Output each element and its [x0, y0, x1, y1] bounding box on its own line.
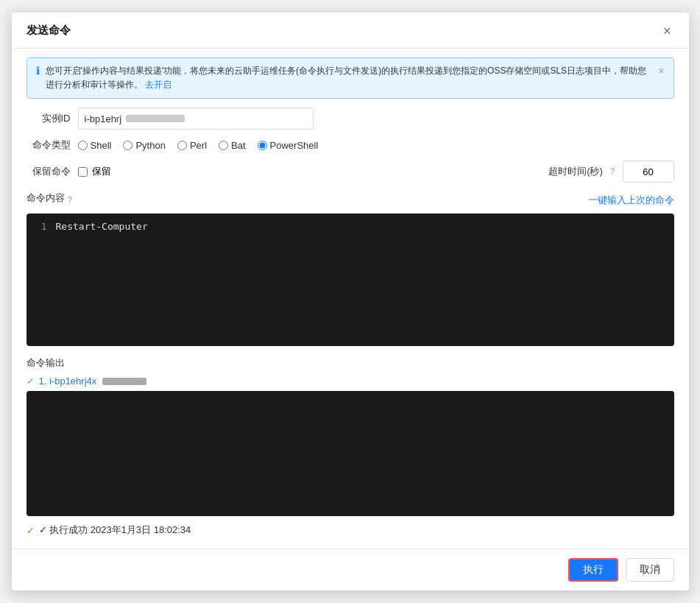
content-help-icon[interactable]: ?	[68, 195, 73, 205]
banner-text: 您可开启'操作内容与结果投递'功能，将您未来的云助手运维任务(命令执行与文件发送…	[46, 64, 653, 92]
code-editor[interactable]: 1 Restart-Computer	[26, 214, 674, 346]
radio-python[interactable]: Python	[123, 140, 165, 151]
output-terminal	[26, 391, 674, 516]
code-content: Restart-Computer	[56, 221, 148, 339]
output-instance-blur	[102, 378, 146, 385]
timeout-label: 超时时间(秒)	[548, 165, 603, 178]
command-type-row: 命令类型 Shell Python Perl Bat	[26, 138, 674, 152]
radio-shell-label: Shell	[91, 140, 112, 151]
execute-button[interactable]: 执行	[568, 558, 618, 582]
success-text: ✓ 执行成功 2023年1月3日 18:02:34	[39, 523, 191, 537]
output-check-icon: ✓	[26, 375, 35, 387]
output-instance-row: ✓ 1. i-bp1ehrj4x	[26, 375, 674, 387]
radio-perl-label: Perl	[190, 140, 207, 151]
instance-id-value: i-bp1ehrj	[85, 113, 122, 124]
dialog-title: 发送命令	[26, 24, 71, 38]
timeout-help-icon[interactable]: ?	[610, 166, 615, 177]
command-content-section: 命令内容 ? 一键输入上次的命令 1 Restart-Computer	[26, 191, 674, 346]
preserve-checkbox-input[interactable]	[78, 167, 88, 177]
radio-powershell-input[interactable]	[258, 141, 267, 150]
form-body: 实例ID i-bp1ehrj 命令类型 Shell Python	[12, 107, 689, 346]
radio-powershell[interactable]: PowerShell	[258, 140, 319, 151]
radio-shell[interactable]: Shell	[78, 140, 112, 151]
radio-perl[interactable]: Perl	[177, 140, 207, 151]
command-type-label: 命令类型	[26, 138, 71, 152]
cancel-button[interactable]: 取消	[626, 558, 674, 582]
instance-id-blur	[126, 115, 185, 122]
output-title: 命令输出	[26, 356, 674, 370]
radio-bat[interactable]: Bat	[219, 140, 246, 151]
info-banner: ℹ 您可开启'操作内容与结果投递'功能，将您未来的云助手运维任务(命令执行与文件…	[26, 57, 674, 99]
banner-link[interactable]: 去开启	[145, 80, 172, 90]
radio-python-label: Python	[135, 140, 165, 151]
preserve-timeout-row: 保留命令 保留 超时时间(秒) ? 60	[26, 161, 674, 183]
dialog-header: 发送命令 ×	[12, 13, 689, 49]
dialog-footer: 执行 取消	[12, 549, 689, 590]
preserve-checkbox-label: 保留	[92, 165, 111, 178]
radio-python-input[interactable]	[123, 141, 132, 150]
timeout-group: 超时时间(秒) ? 60	[548, 161, 674, 183]
radio-shell-input[interactable]	[78, 141, 88, 150]
preserve-checkbox[interactable]: 保留	[78, 165, 111, 178]
preserve-label: 保留命令	[26, 165, 71, 178]
instance-id-display: i-bp1ehrj	[78, 107, 314, 130]
radio-bat-input[interactable]	[219, 141, 228, 150]
radio-powershell-label: PowerShell	[270, 140, 319, 151]
success-row: ✓ ✓ 执行成功 2023年1月3日 18:02:34	[12, 523, 689, 537]
code-line-numbers: 1	[35, 221, 47, 339]
info-icon: ℹ	[36, 65, 40, 77]
instance-id-row: 实例ID i-bp1ehrj	[26, 107, 674, 130]
send-command-dialog: 发送命令 × ℹ 您可开启'操作内容与结果投递'功能，将您未来的云助手运维任务(…	[12, 13, 689, 590]
output-section: 命令输出 ✓ 1. i-bp1ehrj4x	[12, 356, 689, 516]
output-instance-id[interactable]: 1. i-bp1ehrj4x	[39, 375, 97, 387]
last-command-link[interactable]: 一键输入上次的命令	[588, 194, 674, 207]
command-type-radio-group: Shell Python Perl Bat PowerShell	[78, 140, 319, 151]
content-header: 命令内容 ? 一键输入上次的命令	[26, 191, 674, 209]
instance-id-label: 实例ID	[26, 112, 71, 125]
timeout-input[interactable]: 60	[623, 161, 674, 183]
success-check-icon: ✓	[26, 525, 35, 536]
radio-perl-input[interactable]	[177, 141, 187, 150]
content-label: 命令内容	[26, 191, 65, 205]
close-button[interactable]: ×	[660, 23, 674, 39]
radio-bat-label: Bat	[231, 140, 246, 151]
banner-close-button[interactable]: ×	[658, 65, 664, 77]
